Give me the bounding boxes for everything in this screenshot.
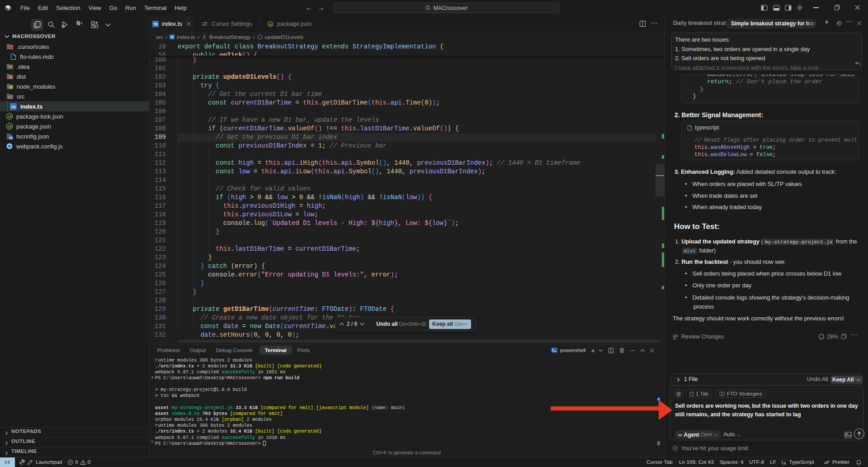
svg-text:JS: JS: [8, 125, 12, 128]
svg-text:TS: TS: [153, 22, 158, 26]
svg-text:TS: TS: [9, 136, 13, 139]
svg-text:JS: JS: [269, 23, 272, 25]
svg-text:TS: TS: [170, 36, 174, 38]
svg-text:TS: TS: [11, 105, 16, 109]
svg-text:JS: JS: [8, 115, 12, 118]
